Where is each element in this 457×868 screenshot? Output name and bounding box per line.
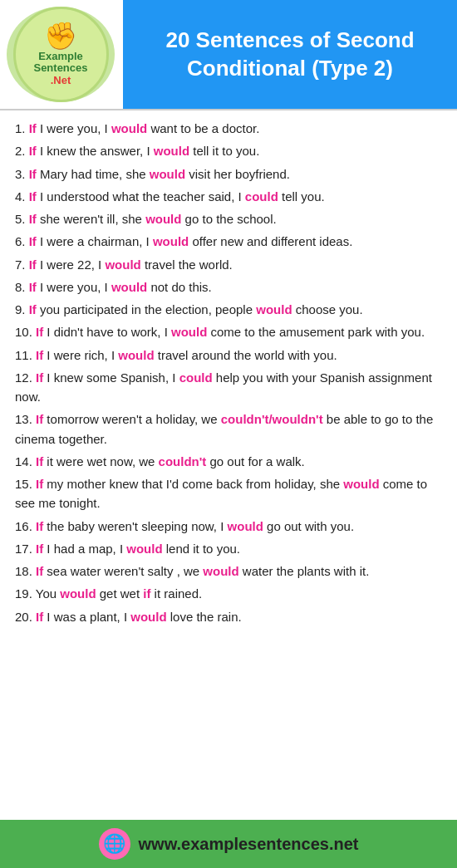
keyword-if: If xyxy=(36,325,43,339)
keyword-would: would xyxy=(111,280,147,294)
list-item: 7. If I were 22, I would travel the worl… xyxy=(15,255,442,274)
sentence-number: 16. xyxy=(15,519,32,533)
sentence-text: want to be a doctor. xyxy=(147,121,259,135)
fist-icon: ✊ xyxy=(44,22,77,49)
sentence-number: 3. xyxy=(15,167,26,181)
sentence-text: go out with you. xyxy=(263,519,354,533)
sentence-text: it rained. xyxy=(150,586,202,601)
list-item: 17. If I had a map, I would lend it to y… xyxy=(15,539,442,558)
sentence-text: the baby weren't sleeping now, I xyxy=(43,519,227,533)
sentence-text: travel the world. xyxy=(141,257,233,272)
sentence-number: 20. xyxy=(15,610,32,624)
keyword-would: would xyxy=(171,325,207,339)
sentence-text: not do this. xyxy=(147,280,212,294)
keyword-if: If xyxy=(29,121,37,135)
sentence-text: tomorrow weren't a holiday, we xyxy=(43,412,221,426)
sentence-text: sea water weren't salty , we xyxy=(43,564,203,578)
sentence-text: tell it to you. xyxy=(189,144,259,158)
keyword-would: would xyxy=(60,586,96,601)
keyword-if: If xyxy=(36,610,43,624)
sentence-text: she weren't ill, she xyxy=(37,212,145,226)
globe-icon: 🌐 xyxy=(99,828,130,860)
sentence-text: You xyxy=(32,586,60,601)
list-item: 9. If you participated in the election, … xyxy=(15,300,442,319)
keyword-would: couldn't/wouldn't xyxy=(221,412,323,426)
sentence-text: you participated in the election, people xyxy=(37,302,256,316)
keyword-if: If xyxy=(36,542,43,556)
list-item: 10. If I didn't have to work, I would co… xyxy=(15,322,442,341)
sentence-text: I knew some Spanish, I xyxy=(43,370,179,385)
sentence-text: tell you. xyxy=(278,189,325,204)
sentence-text: I were you, I xyxy=(37,121,111,135)
keyword-if: If xyxy=(36,348,43,362)
sentence-text: I didn't have to work, I xyxy=(43,325,171,339)
list-item: 2. If I knew the answer, I would tell it… xyxy=(15,141,442,160)
sentence-number: 11. xyxy=(15,348,32,362)
sentence-text: choose you. xyxy=(292,302,363,316)
sentence-number: 5. xyxy=(15,212,26,226)
keyword-would: would xyxy=(150,167,185,181)
keyword-if: If xyxy=(36,519,43,533)
sentence-number: 7. xyxy=(15,257,26,272)
sentence-text: I knew the answer, I xyxy=(37,144,154,158)
sentence-number: 19. xyxy=(15,586,32,601)
keyword-would: would xyxy=(105,257,140,272)
sentence-text: get wet xyxy=(96,586,144,601)
list-item: 1. If I were you, I would want to be a d… xyxy=(15,119,442,138)
keyword-would: would xyxy=(256,302,292,316)
sentence-text: my mother knew that I'd come back from h… xyxy=(43,477,343,491)
page-footer: 🌐 www.examplesentences.net xyxy=(0,820,457,868)
sentence-text: lend it to you. xyxy=(163,542,240,556)
keyword-if: If xyxy=(29,302,37,316)
list-item: 8. If I were you, I would not do this. xyxy=(15,277,442,297)
sentence-number: 9. xyxy=(15,302,26,316)
logo-example: Example xyxy=(38,51,82,62)
sentence-text: it were wet now, we xyxy=(43,454,158,468)
sentence-text: offer new and different ideas. xyxy=(189,234,352,248)
page-title: 20 Sentences of Second Conditional (Type… xyxy=(131,27,449,83)
sentence-number: 4. xyxy=(15,189,26,204)
list-item: 12. If I knew some Spanish, I could help… xyxy=(15,368,442,407)
keyword-if: If xyxy=(36,412,43,426)
list-item: 5. If she weren't ill, she would go to t… xyxy=(15,209,442,228)
keyword-would: would xyxy=(111,121,147,135)
sentence-number: 15. xyxy=(15,477,32,491)
sentence-number: 17. xyxy=(15,542,32,556)
keyword-would: would xyxy=(343,477,379,491)
logo-circle: ✊ Example Sentences .Net xyxy=(13,7,109,102)
sentence-text: water the plants with it. xyxy=(239,564,370,578)
keyword-would: couldn't xyxy=(159,454,207,468)
keyword-would: would xyxy=(145,212,181,226)
sentence-text: go out for a walk. xyxy=(206,454,304,468)
sentence-number: 13. xyxy=(15,412,32,426)
keyword-if: If xyxy=(36,564,43,578)
keyword-if: If xyxy=(29,212,37,226)
keyword-if: If xyxy=(29,280,37,294)
list-item: 15. If my mother knew that I'd come back… xyxy=(15,474,442,513)
sentence-text: I understood what the teacher said, I xyxy=(37,189,245,204)
sentence-number: 6. xyxy=(15,234,26,248)
keyword-would: could xyxy=(179,370,213,385)
logo-sentences: Sentences xyxy=(33,62,87,74)
list-item: 6. If I were a chairman, I would offer n… xyxy=(15,232,442,251)
list-item: 4. If I understood what the teacher said… xyxy=(15,187,442,206)
keyword-would: could xyxy=(245,189,278,204)
keyword-if: If xyxy=(36,477,43,491)
keyword-if: If xyxy=(29,234,37,248)
sentences-content: 1. If I were you, I would want to be a d… xyxy=(0,110,457,820)
footer-url: www.examplesentences.net xyxy=(139,835,359,854)
keyword-would: would xyxy=(153,234,189,248)
logo-area: ✊ Example Sentences .Net xyxy=(7,7,115,102)
keyword-would: would xyxy=(228,519,263,533)
list-item: 20. If I was a plant, I would love the r… xyxy=(15,607,442,626)
keyword-would: would xyxy=(118,348,154,362)
list-item: 19. You would get wet if it rained. xyxy=(15,584,442,603)
title-area: 20 Sentences of Second Conditional (Type… xyxy=(123,0,457,109)
keyword-if: If xyxy=(29,167,37,181)
sentence-number: 12. xyxy=(15,370,32,385)
list-item: 11. If I were rich, I would travel aroun… xyxy=(15,346,442,365)
keyword-if: If xyxy=(36,370,43,385)
keyword-would: would xyxy=(126,542,162,556)
sentence-text: Mary had time, she xyxy=(37,167,150,181)
list-item: 3. If Mary had time, she would visit her… xyxy=(15,164,442,184)
